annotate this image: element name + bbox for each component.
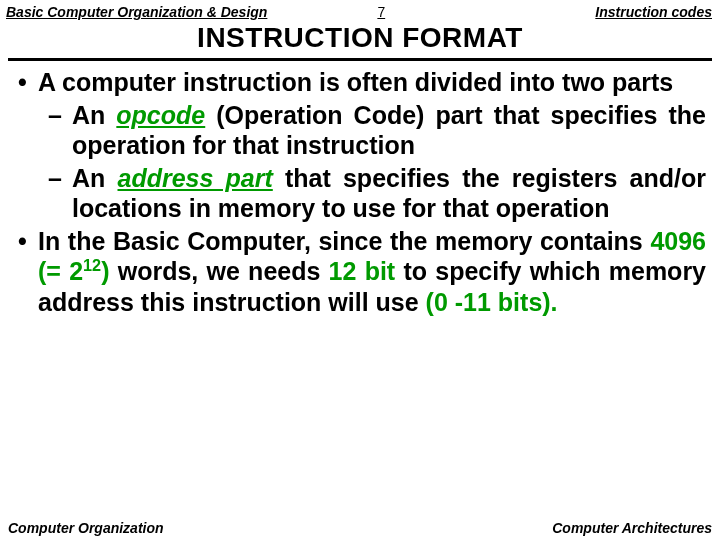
opcode-term: opcode: [116, 101, 205, 129]
slide-footer: Computer Organization Computer Architect…: [0, 520, 720, 536]
slide-header: Basic Computer Organization & Design 7 I…: [0, 0, 720, 20]
bullet-2a: – An opcode (Operation Code) part that s…: [14, 100, 706, 161]
bit-count: 12 bit: [329, 257, 396, 285]
header-page-number: 7: [377, 4, 385, 20]
mem-exp: 12: [83, 256, 101, 274]
bullet-3: In the Basic Computer, since the memory …: [14, 226, 706, 318]
header-right: Instruction codes: [595, 4, 712, 20]
footer-right: Computer Architectures: [552, 520, 712, 536]
slide: Basic Computer Organization & Design 7 I…: [0, 0, 720, 540]
address-part-term: address part: [118, 164, 273, 192]
slide-title: INSTRUCTION FORMAT: [0, 20, 720, 58]
footer-left: Computer Organization: [8, 520, 164, 536]
dash-icon: –: [48, 100, 62, 131]
header-left: Basic Computer Organization & Design: [6, 4, 267, 20]
bullet-1: A computer instruction is often divided …: [14, 67, 706, 98]
bullet-1-text: A computer instruction is often divided …: [38, 68, 673, 96]
title-divider: [8, 58, 712, 61]
slide-content: A computer instruction is often divided …: [0, 67, 720, 317]
bit-range: (0 -11 bits).: [426, 288, 558, 316]
bullet-2a-pre: An: [72, 101, 116, 129]
dash-icon: –: [48, 163, 62, 194]
bullet-2b: – An address part that specifies the reg…: [14, 163, 706, 224]
bullet-3-mid: words, we needs: [109, 257, 328, 285]
bullet-2b-pre: An: [72, 164, 118, 192]
bullet-3-pre: In the Basic Computer, since the memory …: [38, 227, 650, 255]
